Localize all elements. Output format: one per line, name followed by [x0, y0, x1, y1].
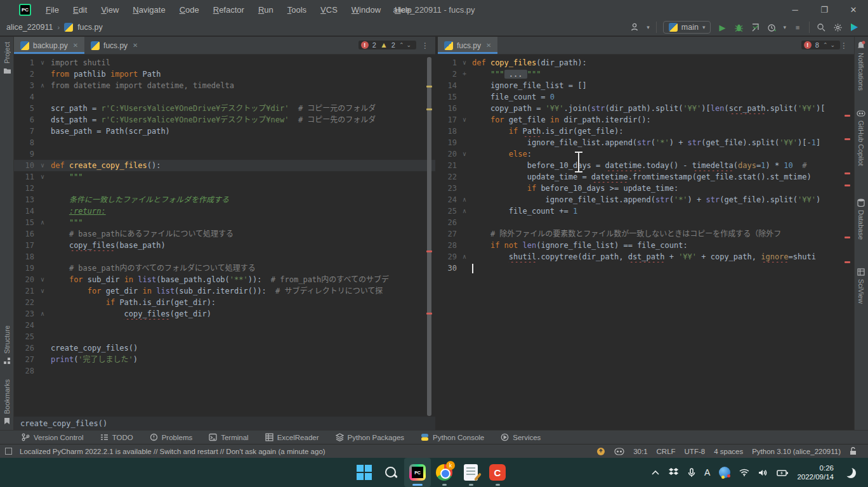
dropbox-icon[interactable] — [669, 468, 679, 477]
code-line[interactable]: 30 — [438, 263, 854, 274]
tab-options-menu-icon[interactable]: ⋮ — [415, 37, 435, 54]
error-stripe-mark[interactable] — [426, 250, 432, 252]
code-line[interactable]: 17 copy_files(base_path) — [14, 240, 435, 251]
left-editor-scrollbar[interactable] — [427, 57, 431, 416]
search-everywhere-icon[interactable] — [816, 22, 826, 32]
taskbar-notepad-button[interactable] — [457, 458, 484, 487]
tool-window-button-excelreader[interactable]: ExcelReader — [265, 433, 319, 441]
error-stripe-mark[interactable] — [845, 261, 850, 263]
tray-app-icon[interactable] — [719, 467, 730, 478]
indent-style[interactable]: 4 spaces — [714, 448, 743, 455]
code-line[interactable]: 15 file_count = 0 — [438, 91, 854, 103]
code-line[interactable]: 1∨def copy_files(dir_path): — [438, 57, 854, 68]
tool-stripe-sciview[interactable]: SciView — [854, 268, 868, 304]
code-line[interactable]: 23 if before_10_days >= update_time: — [438, 183, 854, 194]
code-line[interactable]: 3∧from datetime import datetime, timedel… — [14, 80, 435, 91]
microphone-icon[interactable] — [688, 468, 695, 477]
error-stripe-mark[interactable] — [845, 237, 850, 238]
menu-window[interactable]: Window — [346, 3, 386, 17]
focus-assist-moon-icon[interactable] — [843, 466, 853, 476]
code-line[interactable]: 7base_path = Path(scr_path) — [14, 126, 435, 137]
python-interpreter[interactable]: Python 3.10 (alice_220911) — [752, 448, 841, 455]
menu-code[interactable]: Code — [174, 3, 205, 17]
run-configuration-select[interactable]: main ▾ — [663, 21, 711, 34]
tray-expand-chevron-icon[interactable] — [651, 470, 660, 476]
code-line[interactable]: 24∧ ignore_file_list.append(str('*') + s… — [438, 194, 854, 205]
taskbar-chrome-button[interactable]: k — [431, 458, 457, 487]
code-line[interactable]: 2from pathlib import Path — [14, 68, 435, 80]
code-line[interactable]: 20∨ else: — [438, 148, 854, 160]
error-stripe-mark[interactable] — [426, 313, 432, 315]
code-line[interactable]: 12 — [14, 183, 435, 194]
code-line[interactable]: 2+ """ ... """ — [438, 68, 854, 80]
code-line[interactable]: 8 — [14, 137, 435, 148]
tool-window-button-services[interactable]: Services — [501, 433, 541, 441]
copilot-status-icon[interactable] — [614, 448, 624, 455]
battery-charging-icon[interactable] — [777, 469, 788, 476]
status-message[interactable]: Localized PyCharm 2022.2.1 is available … — [20, 448, 326, 455]
code-line[interactable]: 19 # base_path内のすべてのフォルダについて処理する — [14, 263, 435, 274]
user-account-icon[interactable] — [630, 22, 640, 32]
right-editor[interactable]: 1∨def copy_files(dir_path):2+ """ ... ""… — [438, 55, 854, 430]
code-line[interactable]: 28 — [14, 365, 435, 377]
tool-stripe-database[interactable]: Database — [854, 198, 868, 240]
code-line[interactable]: 9 — [14, 148, 435, 160]
wifi-icon[interactable] — [739, 469, 749, 476]
fold-marker-icon[interactable]: ∧ — [34, 217, 51, 228]
code-line[interactable]: 16 copy_path = '¥¥'.join(str(dir_path).s… — [438, 103, 854, 114]
left-editor[interactable]: 1∨import shutil2from pathlib import Path… — [14, 55, 435, 416]
code-line[interactable]: 26 — [438, 217, 854, 228]
start-button[interactable] — [351, 458, 378, 487]
tool-window-button-problems[interactable]: Problems — [150, 433, 193, 441]
code-line[interactable]: 22 if Path.is_dir(get_dir): — [14, 297, 435, 308]
editor-tab-backup.py[interactable]: backup.py✕ — [14, 37, 84, 54]
code-line[interactable]: 14 ignore_file_list = [] — [438, 80, 854, 91]
code-line[interactable]: 26create_copy_files() — [14, 342, 435, 354]
tool-window-button-version-control[interactable]: Version Control — [22, 433, 84, 441]
taskbar-search-button[interactable] — [378, 458, 404, 487]
menu-navigate[interactable]: Navigate — [127, 3, 171, 17]
update-available-icon[interactable] — [596, 447, 605, 456]
tool-window-button-python-packages[interactable]: Python Packages — [336, 433, 405, 441]
code-line[interactable]: 24 — [14, 320, 435, 331]
code-line[interactable]: 5scr_path = r'C:¥Users¥alice¥OneDrive¥デス… — [14, 103, 435, 114]
code-line[interactable]: 25 — [14, 331, 435, 342]
code-line[interactable]: 17∨ for get_file in dir_path.iterdir(): — [438, 114, 854, 126]
ime-indicator[interactable]: A — [704, 467, 710, 477]
code-line[interactable]: 27print('完了しました') — [14, 354, 435, 365]
tool-window-button-terminal[interactable]: Terminal — [209, 433, 248, 441]
code-line[interactable]: 4 — [14, 91, 435, 103]
fold-marker-icon[interactable]: ∨ — [34, 274, 51, 285]
minimize-button[interactable]: ─ — [780, 0, 810, 19]
close-button[interactable]: ✕ — [839, 0, 868, 19]
tool-stripe-github-copilot[interactable]: GitHub Copilot — [854, 110, 868, 166]
error-stripe-mark[interactable] — [845, 172, 850, 174]
code-line[interactable]: 10∨def create_copy_files(): — [14, 160, 435, 171]
error-stripe-mark[interactable] — [845, 185, 850, 186]
fold-marker-icon[interactable]: + — [457, 68, 472, 80]
fold-marker-icon[interactable]: ∨ — [457, 148, 472, 160]
menu-run[interactable]: Run — [253, 3, 279, 17]
error-stripe-mark[interactable] — [845, 138, 850, 140]
speaker-icon[interactable] — [758, 469, 768, 477]
code-line[interactable]: 13 条件に一致したファイルとフォルダを作成する — [14, 194, 435, 205]
code-line[interactable]: 6dst_path = r'C:¥Users¥alice¥OneDrive¥デス… — [14, 114, 435, 126]
inspection-nav-icons[interactable]: ⌃⌄ — [823, 42, 838, 48]
fold-marker-icon[interactable]: ∧ — [34, 308, 51, 320]
error-stripe-mark[interactable] — [845, 115, 850, 117]
fold-marker-icon[interactable]: ∧ — [34, 80, 51, 91]
breadcrumb-project[interactable]: alice_220911 — [6, 23, 53, 32]
code-line[interactable]: 22 update_time = datetime.fromtimestamp(… — [438, 171, 854, 183]
code-line[interactable]: 21∨ for get_dir in list(sub_dir.iterdir(… — [14, 285, 435, 297]
menu-tools[interactable]: Tools — [282, 3, 312, 17]
tab-close-icon[interactable]: ✕ — [73, 42, 78, 49]
code-line[interactable]: 11∨ """ — [14, 171, 435, 183]
debug-button[interactable] — [733, 22, 744, 32]
profiler-dropdown-chevron-icon[interactable]: ▾ — [783, 24, 786, 30]
code-line[interactable]: 21 before_10_days = datetime.today() - t… — [438, 160, 854, 171]
inspection-nav-icons[interactable]: ⌃⌄ — [399, 42, 414, 48]
code-line[interactable]: 28 if not len(ignore_file_list) == file_… — [438, 240, 854, 251]
tool-stripe-notifications[interactable]: Notifications — [854, 41, 868, 91]
menu-view[interactable]: View — [95, 3, 124, 17]
fold-marker-icon[interactable]: ∧ — [457, 251, 472, 263]
